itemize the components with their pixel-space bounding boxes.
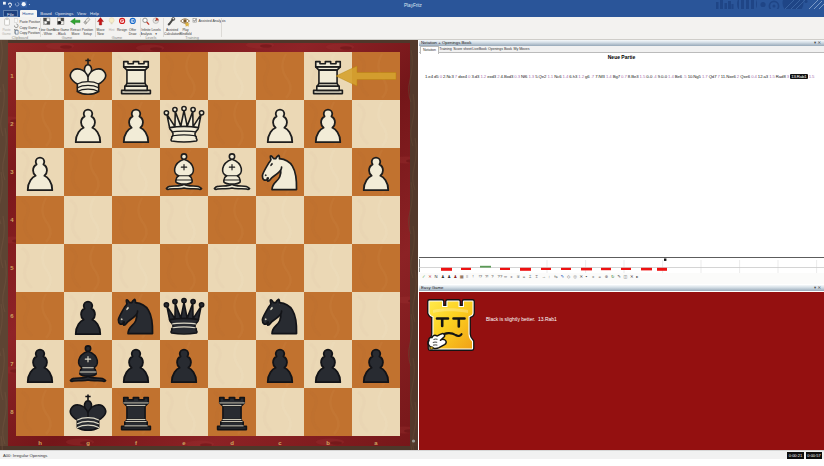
svg-text:b: b xyxy=(326,440,330,446)
svg-text:d: d xyxy=(230,440,234,446)
svg-text:h: h xyxy=(38,440,42,446)
svg-text:PlayFritz: PlayFritz xyxy=(404,3,423,8)
svg-text:g: g xyxy=(86,440,90,446)
